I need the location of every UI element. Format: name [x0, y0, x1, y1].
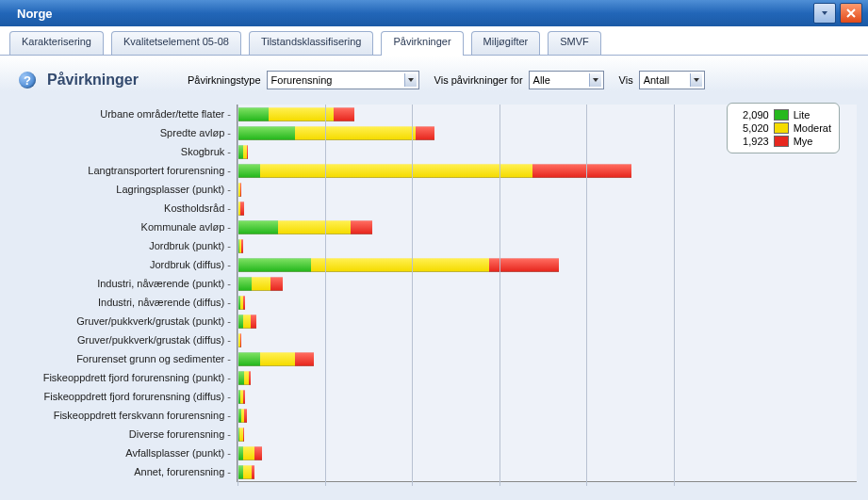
bar-segment-lite — [237, 164, 260, 178]
bar-segment-lite — [237, 352, 260, 366]
tab-1[interactable]: Kvalitetselement 05-08 — [111, 31, 241, 55]
bar-row — [237, 349, 857, 368]
y-axis-label: Jordbruk (punkt) - — [149, 236, 231, 255]
bar-row — [237, 255, 857, 274]
bar-segment-mye — [295, 352, 314, 366]
window-title-bar: Norge — [0, 0, 868, 26]
minimize-button[interactable] — [813, 3, 836, 24]
bar-segment-mye — [252, 465, 254, 479]
bar-segment-moderat — [243, 465, 251, 479]
legend-swatch-mye — [774, 136, 789, 147]
bar-segment-mye — [243, 427, 245, 442]
type-label: Påvirkningstype — [188, 74, 261, 86]
bar-row — [237, 331, 857, 349]
bar-row — [237, 236, 857, 255]
bar-segment-mye — [351, 220, 371, 234]
bar-segment-moderat — [243, 315, 251, 329]
tab-0[interactable]: Karakterisering — [9, 31, 104, 55]
y-axis-label: Gruver/pukkverk/grustak (punkt) - — [76, 312, 231, 331]
bar-segment-mye — [270, 277, 283, 291]
bar-row — [237, 444, 857, 462]
bar-segment-mye — [240, 333, 241, 347]
bar-row — [237, 293, 857, 312]
type-select[interactable]: Forurensning — [267, 71, 419, 89]
y-axis-label: Fiskeoppdrett fjord forurensning (diffus… — [43, 387, 231, 406]
legend-item: 2,090Lite — [735, 108, 831, 121]
bar-segment-moderat — [243, 446, 254, 460]
y-axis-label: Skogbruk - — [181, 142, 231, 161]
bar-row — [237, 462, 857, 481]
bar-row — [237, 368, 857, 387]
legend-swatch-moderat — [774, 122, 789, 134]
bar-row — [237, 180, 857, 199]
y-axis-label: Langtransportert forurensning - — [88, 161, 231, 180]
y-axis-label: Lagringsplasser (punkt) - — [116, 180, 231, 199]
bar-segment-mye — [243, 390, 245, 404]
bar-row — [237, 218, 857, 236]
bar-segment-moderat — [260, 164, 532, 178]
bar-segment-mye — [243, 296, 245, 310]
for-select-value: Alle — [533, 74, 550, 86]
legend-swatch-lite — [774, 109, 789, 121]
bar-segment-lite — [237, 220, 278, 234]
vis-label: Vis — [619, 74, 633, 86]
bar-segment-moderat — [278, 220, 352, 234]
bar-segment-mye — [249, 371, 251, 385]
bar-segment-mye — [254, 446, 262, 460]
y-axis-label: Urbane områder/tette flater - — [100, 105, 231, 123]
bar-segment-lite — [237, 371, 244, 385]
y-axis-label: Fiskeoppdrett ferskvann forurensning - — [54, 406, 231, 425]
bar-segment-mye — [251, 315, 256, 329]
vis-select[interactable]: Antall — [639, 71, 705, 89]
y-axis-label: Industri, nåværende (punkt) - — [97, 274, 231, 293]
window-title: Norge — [17, 7, 53, 21]
bar-segment-lite — [237, 258, 311, 272]
tab-4[interactable]: Miljøgifter — [471, 31, 541, 55]
bar-row — [237, 161, 857, 180]
y-axis-label: Gruver/pukkverk/grustak (diffus) - — [77, 331, 231, 349]
type-select-value: Forurensning — [271, 74, 333, 86]
y-axis-label: Fiskeoppdrett fjord forurensning (punkt)… — [43, 368, 231, 387]
bar-row — [237, 406, 857, 425]
y-axis-label: Forurenset grunn og sedimenter - — [76, 349, 231, 368]
bar-segment-lite — [237, 277, 252, 291]
bar-row — [237, 387, 857, 406]
bar-segment-mye — [244, 409, 247, 423]
tab-3[interactable]: Påvirkninger — [381, 31, 463, 56]
chart-panel: ? Påvirkninger Påvirkningstype Forurensn… — [0, 56, 868, 500]
bar-row — [237, 312, 857, 331]
tab-strip: KarakteriseringKvalitetselement 05-08Til… — [0, 26, 868, 56]
bar-segment-mye — [416, 126, 434, 140]
tab-5[interactable]: SMVF — [548, 31, 601, 55]
for-label: Vis påvirkninger for — [434, 74, 523, 86]
tab-2[interactable]: Tilstandsklassifisering — [249, 31, 374, 55]
y-axis-label: Annet, forurensning - — [134, 462, 231, 481]
bar-segment-mye — [334, 107, 354, 121]
stacked-bar-chart: Urbane områder/tette flater -Spredte avl… — [19, 105, 857, 482]
bar-segment-mye — [240, 183, 241, 197]
bar-segment-mye — [532, 164, 632, 178]
y-axis-label: Jordbruk (diffus) - — [150, 255, 231, 274]
bar-segment-mye — [241, 239, 242, 253]
bar-segment-lite — [237, 107, 269, 121]
y-axis-label: Spredte avløp - — [160, 123, 231, 142]
bar-segment-mye — [247, 145, 248, 159]
y-axis-label: Diverse forurensning - — [129, 425, 231, 444]
bar-segment-moderat — [295, 126, 416, 140]
bar-segment-moderat — [252, 277, 270, 291]
bar-segment-moderat — [260, 352, 295, 366]
bar-row — [237, 425, 857, 444]
y-axis-label: Avfallsplasser (punkt) - — [125, 444, 231, 462]
bar-segment-mye — [240, 202, 245, 216]
legend-item: 5,020Moderat — [735, 121, 831, 135]
y-axis-label: Kommunale avløp - — [141, 218, 231, 236]
vis-select-value: Antall — [644, 74, 670, 86]
for-select[interactable]: Alle — [529, 71, 604, 89]
bar-row — [237, 199, 857, 218]
close-button[interactable] — [840, 3, 862, 24]
y-axis-label: Industri, nåværende (diffus) - — [98, 293, 231, 312]
help-icon[interactable]: ? — [19, 72, 36, 89]
bar-segment-moderat — [311, 258, 489, 272]
bar-segment-moderat — [269, 107, 334, 121]
bar-segment-lite — [237, 126, 295, 140]
